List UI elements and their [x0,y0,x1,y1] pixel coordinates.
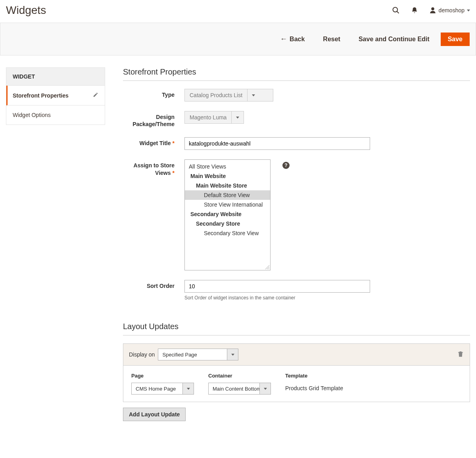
page-title: Widgets [6,4,46,17]
type-select: Catalog Products List [184,89,273,102]
user-name: demoshop [439,7,464,13]
arrow-left-icon: ← [280,35,287,43]
pencil-icon [93,92,98,99]
resize-handle-icon [265,265,269,269]
back-button[interactable]: ← Back [273,32,312,46]
store-option-default-view[interactable]: Default Store View [185,190,270,200]
store-option-secondary-view[interactable]: Secondary Store View [185,228,270,238]
container-label: Container [208,373,271,379]
notifications-icon[interactable] [411,7,418,14]
svg-point-2 [431,8,434,11]
container-select[interactable]: Main Content Bottom [208,383,271,395]
store-group-main-website: Main Website [185,171,270,181]
assign-store-label: Assign to Store Views* [123,159,184,270]
svg-line-1 [397,11,399,13]
svg-point-0 [393,8,397,12]
caret-down-icon [264,388,267,390]
theme-select: Magento Luma [184,111,244,124]
save-continue-button[interactable]: Save and Continue Edit [351,33,437,46]
user-icon [429,7,436,14]
caret-down-icon [252,94,255,96]
caret-down-icon [187,388,190,390]
store-group-main-store: Main Website Store [185,181,270,190]
sort-order-input[interactable] [184,280,370,293]
trash-icon [457,351,464,358]
store-option-all[interactable]: All Store Views [185,162,270,171]
widget-title-input[interactable] [184,137,370,150]
template-value: Products Grid Template [285,383,343,391]
sidebar-section-title: WIDGET [6,67,105,86]
sort-order-note: Sort Order of widget instances in the sa… [184,295,470,301]
layout-update-row: Display on Specified Page Page CMS Home … [123,343,470,402]
store-group-secondary-store: Secondary Store [185,219,270,228]
save-button[interactable]: Save [441,33,470,46]
help-icon[interactable]: ? [282,162,290,169]
store-option-intl-view[interactable]: Store View International [185,200,270,209]
caret-down-icon [467,10,470,11]
tab-widget-options[interactable]: Widget Options [6,105,105,125]
page-label: Page [131,373,194,379]
widget-title-label: Widget Title* [123,137,184,150]
section-storefront-title: Storefront Properties [123,67,470,81]
template-label: Template [285,373,343,379]
section-layout-title: Layout Updates [123,322,470,335]
tab-storefront-properties[interactable]: Storefront Properties [6,86,105,105]
user-menu[interactable]: demoshop [429,7,470,14]
type-label: Type [123,89,184,102]
store-group-secondary-website: Secondary Website [185,209,270,219]
sort-order-label: Sort Order [123,280,184,301]
display-on-label: Display on [129,351,155,358]
tab-label: Storefront Properties [13,92,69,99]
reset-button[interactable]: Reset [316,33,347,46]
tab-label: Widget Options [13,112,51,118]
store-views-listbox[interactable]: All Store Views Main Website Main Websit… [184,159,271,270]
caret-down-icon [231,354,234,356]
delete-layout-button[interactable] [457,351,464,359]
search-icon[interactable] [392,6,400,14]
add-layout-update-button[interactable]: Add Layout Update [123,408,186,421]
caret-down-icon [236,117,239,119]
page-select[interactable]: CMS Home Page [131,383,194,395]
theme-label: Design Package/Theme [123,111,184,128]
display-on-select[interactable]: Specified Page [158,349,238,360]
